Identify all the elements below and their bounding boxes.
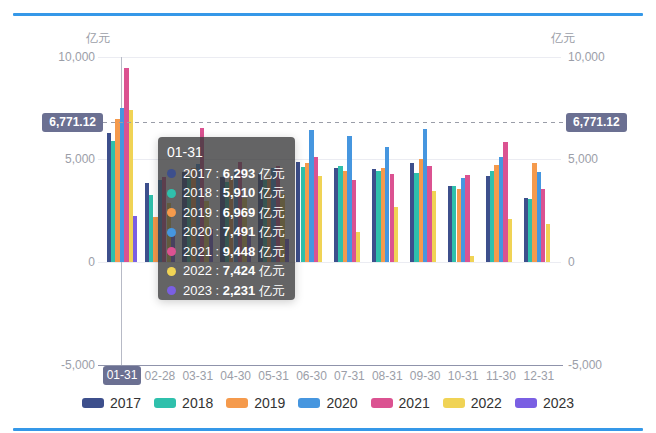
tooltip-series-dot-2022 — [167, 267, 176, 276]
legend-item-2023[interactable]: 2023 — [515, 394, 574, 412]
chart-panel: 亿元 亿元 10,00010,0005,0005,00000-5,000-5,0… — [0, 0, 656, 433]
legend-item-2018[interactable]: 2018 — [154, 394, 213, 412]
tooltip-series-dot-2023 — [167, 286, 176, 295]
bottom-border-line — [13, 428, 643, 431]
y-axis-name-right: 亿元 — [541, 30, 585, 47]
x-label-01-31: 01-31 — [103, 366, 141, 385]
legend-label-2018: 2018 — [182, 394, 213, 412]
legend-label-2019: 2019 — [254, 394, 285, 412]
markline-badge-left: 6,771.12 — [42, 113, 103, 132]
tooltip-row-text: 2019 : 6,969 亿元 — [183, 204, 285, 222]
y-tick-right-10,000: 10,000 — [568, 51, 638, 63]
legend-label-2020: 2020 — [326, 394, 357, 412]
y-tick-left-10,000: 10,000 — [0, 51, 95, 63]
tooltip-row-2017: 2017 : 6,293 亿元 — [167, 164, 286, 184]
legend-swatch-2017 — [82, 398, 104, 408]
bar-2023-01-31[interactable] — [133, 216, 137, 262]
legend-label-2021: 2021 — [399, 394, 430, 412]
tooltip-row-text: 2022 : 7,424 亿元 — [183, 262, 285, 280]
tooltip-row-text: 2017 : 6,293 亿元 — [183, 165, 285, 183]
gridline-10000 — [98, 57, 561, 58]
markline-dashed — [103, 122, 563, 123]
bar-2022-12-31[interactable] — [546, 224, 550, 262]
tooltip-series-dot-2017 — [167, 169, 176, 178]
y-tick-right-5,000: 5,000 — [568, 153, 638, 165]
legend-swatch-2022 — [443, 398, 465, 408]
bar-chart: 亿元 亿元 10,00010,0005,0005,00000-5,000-5,0… — [0, 0, 656, 433]
legend-item-2021[interactable]: 2021 — [371, 394, 430, 412]
bar-2022-09-30[interactable] — [432, 191, 436, 262]
legend-swatch-2023 — [515, 398, 537, 408]
bar-2022-06-30[interactable] — [318, 176, 322, 262]
legend-swatch-2021 — [371, 398, 393, 408]
legend-label-2017: 2017 — [110, 394, 141, 412]
legend-item-2022[interactable]: 2022 — [443, 394, 502, 412]
legend-swatch-2018 — [154, 398, 176, 408]
legend-swatch-2020 — [298, 398, 320, 408]
y-tick-left-5,000: 5,000 — [0, 153, 95, 165]
tooltip-row-text: 2021 : 9,448 亿元 — [183, 243, 285, 261]
tooltip-series-dot-2021 — [167, 247, 176, 256]
bar-2022-08-31[interactable] — [394, 207, 398, 262]
x-axis-line — [98, 365, 563, 366]
legend-item-2017[interactable]: 2017 — [82, 394, 141, 412]
tooltip-row-2018: 2018 : 5,910 亿元 — [167, 184, 286, 204]
tooltip-row-2021: 2021 : 9,448 亿元 — [167, 242, 286, 262]
tooltip-title: 01-31 — [167, 144, 286, 161]
bar-2022-11-30[interactable] — [508, 219, 512, 262]
tooltip-rows: 2017 : 6,293 亿元2018 : 5,910 亿元2019 : 6,9… — [167, 164, 286, 301]
tooltip-row-2020: 2020 : 7,491 亿元 — [167, 223, 286, 243]
legend-swatch-2019 — [226, 398, 248, 408]
bar-2021-10-31[interactable] — [465, 175, 469, 262]
tooltip-row-text: 2018 : 5,910 亿元 — [183, 184, 285, 202]
tooltip-row-2023: 2023 : 2,231 亿元 — [167, 281, 286, 301]
y-tick-left--5,000: -5,000 — [0, 359, 95, 371]
markline-badge-right: 6,771.12 — [566, 113, 627, 132]
tooltip-row-2022: 2022 : 7,424 亿元 — [167, 262, 286, 282]
legend-item-2020[interactable]: 2020 — [298, 394, 357, 412]
y-tick-right-0: 0 — [568, 256, 638, 268]
tooltip-series-dot-2019 — [167, 208, 176, 217]
tooltip-row-2019: 2019 : 6,969 亿元 — [167, 203, 286, 223]
x-label-12-31: 12-31 — [517, 369, 561, 384]
tooltip-series-dot-2018 — [167, 189, 176, 198]
bar-2022-07-31[interactable] — [356, 232, 360, 262]
legend: 2017201820192020202120222023 — [0, 394, 656, 412]
tooltip-series-dot-2020 — [167, 228, 176, 237]
bar-2022-10-31[interactable] — [470, 256, 474, 262]
y-tick-right--5,000: -5,000 — [568, 359, 638, 371]
legend-label-2023: 2023 — [543, 394, 574, 412]
tooltip-row-text: 2023 : 2,231 亿元 — [183, 282, 285, 300]
y-tick-left-0: 0 — [0, 256, 95, 268]
legend-label-2022: 2022 — [471, 394, 502, 412]
legend-item-2019[interactable]: 2019 — [226, 394, 285, 412]
tooltip-row-text: 2020 : 7,491 亿元 — [183, 223, 285, 241]
tooltip: 01-31 2017 : 6,293 亿元2018 : 5,910 亿元2019… — [158, 137, 295, 300]
y-axis-name-left: 亿元 — [76, 30, 120, 47]
